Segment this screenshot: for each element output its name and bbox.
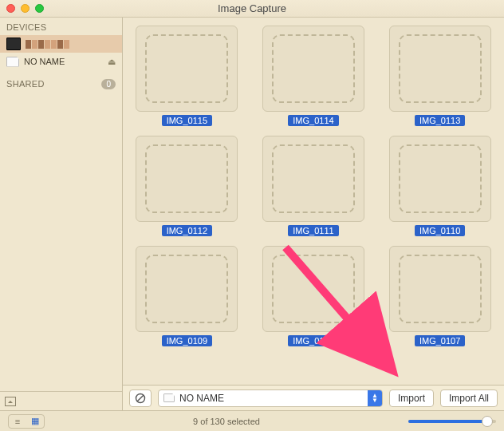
window-title: Image Capture [0, 2, 504, 14]
thumbnail-label: IMG_0114 [288, 115, 338, 126]
thumbnail-item[interactable]: IMG_0114 [258, 26, 370, 126]
prohibit-icon [135, 393, 146, 404]
thumbnail-label: IMG_0115 [162, 115, 212, 126]
sidebar-volume-label: NO NAME [24, 57, 103, 66]
selection-status: 9 of 130 selected [51, 417, 402, 426]
list-view-icon[interactable]: ≡ [9, 415, 26, 428]
thumbnail-item[interactable]: IMG_0115 [131, 26, 243, 126]
thumbnail-grid: IMG_0115 IMG_0114 IMG_0113 IMG_0112 IMG_… [131, 26, 496, 346]
view-switcher[interactable]: ≡ ▦ [8, 414, 45, 429]
sdcard-icon [163, 393, 175, 402]
destination-popup[interactable]: NO NAME ▲▼ [158, 389, 383, 407]
delete-button[interactable] [129, 389, 152, 407]
placeholder-image-icon [145, 255, 228, 323]
thumbnail-label: IMG_0113 [415, 115, 465, 126]
thumbnail-item[interactable]: IMG_0109 [131, 246, 243, 346]
svg-line-2 [137, 395, 144, 401]
placeholder-image-icon [272, 255, 355, 323]
thumbnail-label: IMG_0112 [162, 225, 212, 236]
placeholder-image-icon [272, 144, 355, 213]
thumbnail-label: IMG_0107 [415, 335, 465, 346]
placeholder-image-icon [145, 144, 228, 213]
thumbnail-label: IMG_0108 [288, 335, 338, 346]
thumbnail-item[interactable]: IMG_0110 [384, 136, 496, 236]
placeholder-image-icon [399, 255, 482, 323]
placeholder-image-icon [272, 34, 355, 103]
sidebar-section-shared: SHARED [6, 79, 96, 89]
titlebar: Image Capture [0, 0, 504, 18]
placeholder-image-icon [399, 34, 482, 103]
import-all-button[interactable]: Import All [440, 389, 498, 407]
import-toolbar: NO NAME ▲▼ Import Import All [123, 385, 504, 410]
thumbnail-item[interactable]: IMG_0112 [131, 136, 243, 236]
thumbnail-item[interactable]: IMG_0107 [384, 246, 496, 346]
thumbnail-label: IMG_0111 [288, 225, 338, 236]
placeholder-image-icon [399, 144, 482, 213]
thumbnail-scroll-area[interactable]: IMG_0115 IMG_0114 IMG_0113 IMG_0112 IMG_… [123, 18, 504, 385]
sidebar-device-row[interactable] [0, 35, 122, 53]
destination-label: NO NAME [179, 393, 363, 404]
sidebar: DEVICES NO NAME ⏏ SHARED 0 [0, 18, 123, 410]
sdcard-icon [6, 57, 19, 67]
grid-view-icon[interactable]: ▦ [26, 415, 44, 428]
thumbnail-label: IMG_0110 [415, 225, 465, 236]
sidebar-section-devices: DEVICES [0, 18, 122, 35]
statusbar: ≡ ▦ 9 of 130 selected [0, 410, 504, 431]
thumbnail-item[interactable]: IMG_0113 [384, 26, 496, 126]
import-button[interactable]: Import [389, 389, 434, 407]
placeholder-image-icon [145, 34, 228, 103]
eject-icon[interactable]: ⏏ [108, 57, 116, 67]
slider-fill [408, 420, 484, 423]
updown-arrows-icon: ▲▼ [368, 390, 382, 406]
thumbnail-item[interactable]: IMG_0111 [258, 136, 370, 236]
panel-toggle-icon[interactable] [5, 397, 16, 406]
thumbnail-item[interactable]: IMG_0108 [258, 246, 370, 346]
thumbnail-size-slider[interactable] [408, 420, 496, 423]
thumbnail-label: IMG_0109 [162, 335, 212, 346]
phone-icon [6, 38, 21, 50]
obscured-device-name [26, 40, 69, 49]
slider-knob[interactable] [482, 416, 493, 427]
sidebar-toggle-bar [0, 391, 122, 410]
shared-count-badge: 0 [101, 79, 116, 89]
sidebar-volume-row[interactable]: NO NAME ⏏ [0, 53, 122, 70]
sidebar-section-shared-row: SHARED 0 [0, 75, 122, 93]
